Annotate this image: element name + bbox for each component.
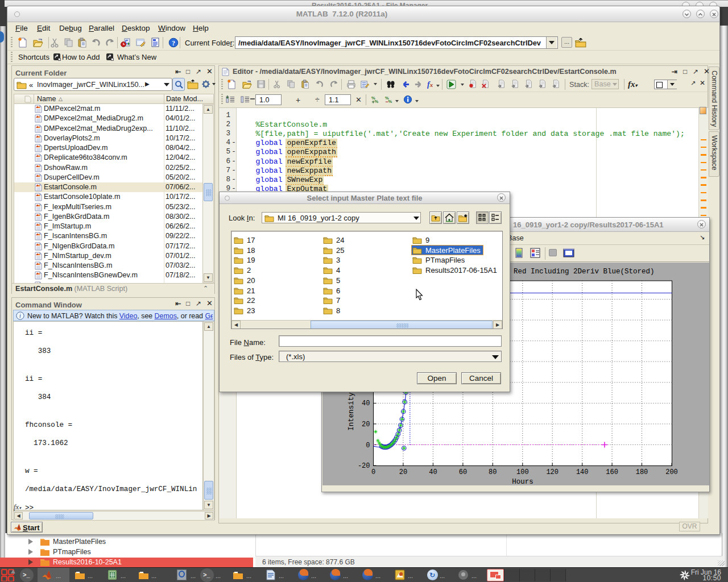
svg-text:160: 160 — [606, 468, 618, 476]
svg-text:40: 40 — [362, 400, 370, 408]
svg-text:%: % — [375, 99, 379, 104]
svg-text:i: i — [19, 313, 21, 319]
svg-text:-20: -20 — [358, 462, 370, 470]
svg-text:Hours: Hours — [512, 478, 533, 486]
svg-text:120: 120 — [546, 468, 559, 476]
svg-text:20: 20 — [362, 421, 370, 429]
svg-text:0: 0 — [366, 442, 370, 450]
svg-text:Red Including 2Deriv Blue(Stor: Red Including 2Deriv Blue(Stored) — [514, 268, 655, 276]
svg-text:60: 60 — [459, 468, 467, 476]
svg-text:%: % — [388, 99, 392, 104]
svg-text:180: 180 — [636, 468, 648, 476]
svg-text:200: 200 — [665, 468, 678, 476]
svg-text:0: 0 — [371, 468, 375, 476]
svg-text:Intensity: Intensity — [348, 392, 355, 431]
svg-text:100: 100 — [516, 468, 529, 476]
svg-text:20: 20 — [399, 468, 407, 476]
svg-text:40: 40 — [429, 468, 437, 476]
svg-text:140: 140 — [576, 468, 589, 476]
svg-text:?: ? — [172, 39, 175, 47]
svg-text:80: 80 — [489, 468, 497, 476]
